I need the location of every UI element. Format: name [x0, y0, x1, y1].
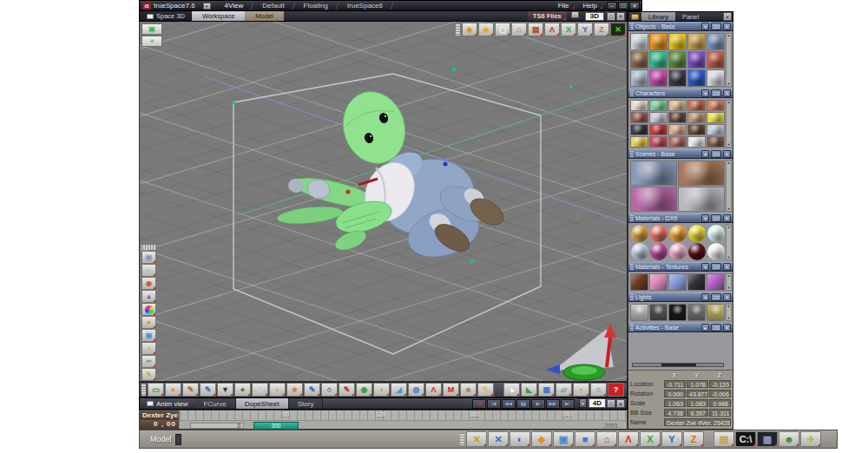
library-thumbnail[interactable]: [688, 225, 706, 242]
library-thumbnail[interactable]: [707, 243, 725, 260]
home-view-icon[interactable]: ⌂: [596, 431, 617, 447]
prism-tool-icon[interactable]: ▲: [141, 290, 156, 303]
library-thumbnail[interactable]: [630, 187, 677, 212]
globe-material-icon[interactable]: ◉: [356, 383, 372, 397]
value-field[interactable]: Dexter Zye #Ver. 25428: [664, 418, 731, 426]
face-editor-icon[interactable]: ☻: [460, 383, 477, 397]
toolbar-grip[interactable]: [141, 245, 156, 250]
library-thumbnail[interactable]: [687, 33, 706, 50]
library-thumbnail[interactable]: [630, 273, 648, 291]
deform-tool-icon[interactable]: ●: [141, 316, 156, 329]
render-scene-icon[interactable]: ◆: [478, 23, 494, 36]
library-thumbnail[interactable]: [707, 304, 725, 321]
section-close-button[interactable]: ✕: [723, 214, 731, 222]
timeline-range-bar[interactable]: 0 300 2951: [179, 420, 627, 430]
step-forward-button[interactable]: ▶▶: [546, 399, 560, 409]
value-field[interactable]: 11.311: [709, 409, 731, 417]
section-close-button[interactable]: ✕: [723, 293, 731, 301]
files-dropdown[interactable]: ·: [571, 11, 579, 18]
library-thumbnail[interactable]: [649, 51, 667, 69]
section-close-button[interactable]: ✕: [723, 150, 731, 158]
space3d-label[interactable]: Space 3D: [140, 11, 192, 21]
close-button[interactable]: ✕: [629, 2, 640, 10]
star-primitive-icon[interactable]: ★: [286, 383, 303, 397]
ts6-files-tab[interactable]: TS6 Files: [528, 11, 567, 21]
toolbar-grip[interactable]: [460, 433, 464, 445]
horizontal-scrollbar[interactable]: [632, 363, 724, 367]
library-thumbnail[interactable]: [668, 51, 687, 69]
menu-help[interactable]: Help: [576, 1, 604, 10]
skeleton-tool-icon[interactable]: Λ: [425, 383, 442, 397]
mode-2d-button[interactable]: 2D: [711, 263, 721, 271]
value-field[interactable]: 1.063: [664, 399, 686, 407]
drag-grip-icon[interactable]: [630, 215, 634, 221]
library-thumbnail[interactable]: [649, 69, 667, 87]
value-field[interactable]: 43.877: [687, 390, 708, 397]
library-thumbnail[interactable]: [630, 112, 648, 123]
library-thumbnail[interactable]: [630, 69, 648, 87]
scene-view-toggle-button[interactable]: ▣: [141, 23, 162, 35]
grid-array-icon[interactable]: ▦: [538, 383, 555, 397]
grid-snap-icon[interactable]: ✕: [610, 23, 626, 36]
value-field[interactable]: -0.120: [709, 380, 731, 388]
library-thumbnail[interactable]: [669, 225, 687, 242]
lasso-select-icon[interactable]: ○: [141, 264, 156, 277]
command-prompt-icon[interactable]: C:\: [735, 431, 756, 447]
workspace-tab-workspace[interactable]: Workspace: [192, 11, 245, 21]
view-close-button[interactable]: ✕: [616, 12, 625, 21]
select-cursor-icon[interactable]: ▲: [503, 383, 520, 397]
library-thumbnail[interactable]: [669, 243, 687, 260]
character-dexter[interactable]: [276, 83, 508, 265]
library-thumbnail[interactable]: [707, 100, 725, 111]
drag-grip-icon[interactable]: [630, 264, 634, 270]
library-thumbnail[interactable]: [707, 124, 725, 135]
library-thumbnail[interactable]: [630, 304, 648, 321]
point-edit-icon[interactable]: ◉: [141, 277, 156, 290]
anim-tab-story[interactable]: Story: [289, 398, 324, 409]
loop-select-icon[interactable]: ○: [321, 383, 338, 397]
draw-path-icon[interactable]: ✎: [304, 383, 320, 397]
help-icon[interactable]: ?: [608, 383, 624, 397]
view-3d-label[interactable]: 3D: [585, 12, 604, 21]
drag-grip-icon[interactable]: [630, 23, 634, 30]
3d-scene[interactable]: [140, 22, 628, 382]
blue-cube-icon[interactable]: ■: [575, 431, 595, 447]
paint-brush-icon[interactable]: ✎: [339, 383, 355, 397]
drag-grip-icon[interactable]: [630, 325, 634, 331]
title-dropdown[interactable]: ▾: [203, 3, 211, 10]
maximize-button[interactable]: □: [618, 2, 628, 10]
library-thumbnail[interactable]: [649, 304, 667, 321]
scoop-tool-icon[interactable]: ◗: [573, 383, 589, 397]
library-thumbnail[interactable]: [649, 124, 667, 135]
step-back-button[interactable]: ◀◀: [502, 399, 516, 409]
wrench-tools-icon[interactable]: ✕: [488, 431, 509, 447]
mode-2d-button[interactable]: 2D: [711, 23, 721, 30]
value-field[interactable]: 6.357: [687, 409, 708, 417]
library-thumbnail[interactable]: [707, 136, 725, 148]
range-start-field[interactable]: 0: [190, 423, 244, 429]
anim-tab-fcurve[interactable]: FCurve: [194, 398, 235, 409]
curve-tool-icon[interactable]: ○: [590, 383, 607, 397]
material-editor-icon[interactable]: M: [443, 383, 459, 397]
record-button[interactable]: ●: [472, 399, 486, 409]
section-close-button[interactable]: ✕: [723, 89, 731, 97]
library-thumbnail[interactable]: [630, 33, 648, 50]
x-axis-icon[interactable]: X: [561, 23, 576, 36]
library-thumbnail[interactable]: [630, 51, 648, 69]
library-thumbnail[interactable]: [650, 225, 667, 242]
drag-grip-icon[interactable]: [630, 294, 634, 300]
render-object-icon[interactable]: ◆: [462, 23, 477, 36]
vertical-scrollbar[interactable]: ▲▼: [726, 304, 732, 321]
library-thumbnail[interactable]: [631, 225, 648, 242]
library-thumbnail[interactable]: [668, 273, 687, 291]
fold-surface-icon[interactable]: ◣: [521, 383, 537, 397]
mode-4d-label[interactable]: 4D: [589, 398, 606, 408]
paint-tool-icon[interactable]: ◑: [141, 342, 156, 355]
view-maximize-button[interactable]: □: [607, 12, 615, 21]
sphere-primitive-icon[interactable]: ●: [165, 383, 181, 397]
minimize-button[interactable]: –: [607, 2, 617, 10]
scissors-icon[interactable]: ✂: [141, 355, 156, 368]
library-thumbnail[interactable]: [707, 69, 725, 87]
library-thumbnail[interactable]: [707, 273, 725, 291]
library-thumbnail[interactable]: [630, 124, 648, 135]
